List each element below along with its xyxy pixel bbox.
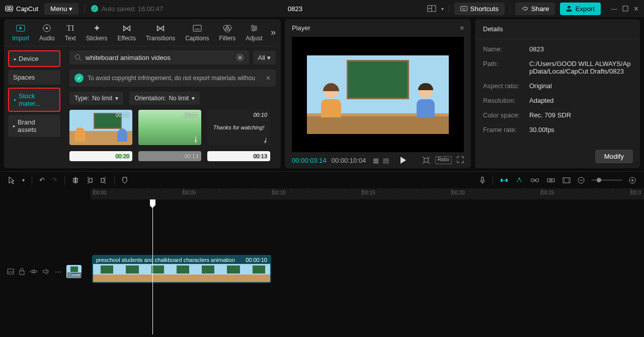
shortcuts-button[interactable]: Shortcuts	[454, 3, 505, 15]
ruler[interactable]: |00:00|00:05|00:10|00:15|00:20|00:25|00:…	[91, 188, 644, 199]
redo-icon[interactable]: ↷	[52, 176, 57, 184]
clip-header: preschool students and chalkboard charac…	[93, 256, 270, 264]
more-tabs-icon[interactable]: »	[271, 27, 276, 38]
mic-icon[interactable]	[479, 176, 486, 184]
sidenav-device[interactable]: ▸Device	[8, 50, 60, 67]
download-icon[interactable]: ⭳	[263, 137, 268, 143]
link-icon[interactable]	[530, 178, 539, 183]
shield-check-icon: ✓	[74, 74, 84, 83]
close-icon[interactable]: ✕	[633, 5, 639, 13]
player-menu-icon[interactable]: ≡	[460, 24, 464, 32]
chevron-down-icon[interactable]: ▾	[22, 177, 25, 183]
preview-icon[interactable]	[562, 177, 571, 183]
mute-icon[interactable]	[43, 268, 50, 275]
marker-icon[interactable]	[122, 176, 128, 184]
svg-point-26	[75, 55, 80, 59]
svg-point-44	[519, 177, 520, 179]
filter-type[interactable]: Type: No limit ▾	[69, 92, 123, 105]
filter-value: No limit	[92, 95, 112, 102]
ruler-mark: |00:00	[93, 190, 107, 195]
undo-icon[interactable]: ↶	[39, 176, 45, 184]
sidenav-stock[interactable]: ▸Stock mater...	[8, 88, 60, 112]
media-thumb[interactable]: 00:20	[69, 151, 132, 161]
media-thumb[interactable]: Thanks for watching! 00:10 ⭳	[207, 110, 270, 145]
tab-captions[interactable]: Captions	[182, 22, 212, 43]
player-viewport[interactable]	[292, 37, 464, 152]
clear-search-icon[interactable]: ✕	[236, 53, 244, 61]
details-label: Color space:	[483, 111, 529, 119]
track-body[interactable]: preschool students and chalkboard charac…	[91, 199, 644, 334]
download-icon[interactable]: ⭳	[193, 136, 199, 143]
filter-orientation[interactable]: Orientation: No limit ▾	[129, 92, 200, 105]
scale-icon[interactable]	[422, 156, 430, 164]
filters-icon	[223, 23, 232, 33]
sidenav-spaces[interactable]: Spaces	[8, 70, 60, 85]
clip[interactable]: preschool students and chalkboard charac…	[92, 255, 271, 283]
play-button[interactable]	[399, 156, 407, 164]
share-button[interactable]: Share	[515, 3, 555, 15]
lock-icon[interactable]	[19, 268, 25, 275]
sidenav-label: Brand assets	[18, 118, 55, 133]
zoom-out-icon[interactable]	[578, 177, 585, 184]
filter-label: Type:	[74, 95, 89, 102]
media-thumb[interactable]: 00:11	[69, 110, 132, 145]
caret-icon: ▸	[14, 97, 17, 102]
maximize-icon[interactable]	[622, 6, 628, 12]
divider	[85, 4, 85, 13]
menu-button[interactable]: Menu ▾	[44, 3, 78, 15]
export-button[interactable]: Export	[560, 3, 601, 15]
sidenav-brand[interactable]: ▸Brand assets	[8, 115, 60, 137]
thumb-duration: 00:20	[115, 153, 129, 159]
tab-transitions[interactable]: ⋈ Transitions	[143, 22, 178, 43]
tab-import[interactable]: Import	[9, 22, 32, 43]
media-thumb[interactable]: 00:13	[207, 151, 270, 161]
layout-icon[interactable]	[427, 5, 436, 12]
filter-value: No limit	[169, 95, 189, 102]
playhead[interactable]	[152, 199, 153, 334]
auto-cut-icon[interactable]	[515, 177, 523, 184]
close-warning-icon[interactable]: ✕	[266, 75, 271, 82]
tab-strip: Import Audio TI Text ✦ Stickers ⋈ Effect…	[4, 19, 281, 46]
media-thumb[interactable]: 00:13	[138, 151, 201, 161]
magnet-icon[interactable]	[500, 177, 508, 183]
tab-effects[interactable]: ⋈ Effects	[114, 22, 138, 43]
fullscreen-icon[interactable]	[457, 156, 464, 164]
eye-icon[interactable]	[30, 269, 38, 274]
grid-view-icon[interactable]: ▤	[383, 157, 389, 164]
cover-thumb[interactable]: Cover	[66, 265, 82, 278]
tab-audio[interactable]: Audio	[36, 22, 58, 43]
search-input[interactable]	[86, 54, 232, 61]
export-label: Export	[575, 5, 595, 13]
modify-button[interactable]: Modify	[595, 150, 633, 163]
tab-text[interactable]: TI Text	[62, 22, 79, 43]
svg-point-62	[33, 271, 35, 273]
align-icon[interactable]	[546, 177, 555, 183]
split-icon[interactable]	[72, 176, 79, 184]
timecode-current: 00:00:03:14	[292, 157, 327, 164]
chevron-down-icon[interactable]: ▾	[441, 6, 444, 12]
svg-line-31	[423, 162, 424, 164]
menu-label: Menu	[50, 5, 67, 13]
media-thumb[interactable]: 00:11 ⭳	[138, 110, 201, 145]
filter-row: Type: No limit ▾ Orientation: No limit ▾	[69, 92, 276, 105]
tab-stickers[interactable]: ✦ Stickers	[83, 22, 111, 43]
project-title: 0823	[169, 5, 421, 13]
dock-icon[interactable]	[7, 268, 14, 275]
trim-left-icon[interactable]	[86, 176, 93, 184]
tab-filters[interactable]: Filters	[216, 22, 239, 43]
list-view-icon[interactable]: ▦	[373, 157, 379, 164]
tab-adjust[interactable]: Adjust	[243, 22, 265, 43]
trim-right-icon[interactable]	[100, 176, 107, 184]
filter-all-button[interactable]: All ▾	[253, 51, 276, 64]
select-tool-icon[interactable]	[8, 176, 15, 185]
timeline: |00:00|00:05|00:10|00:15|00:20|00:25|00:…	[0, 188, 644, 334]
media-panel: Import Audio TI Text ✦ Stickers ⋈ Effect…	[4, 19, 281, 168]
sidenav-label: Device	[19, 55, 39, 62]
more-icon[interactable]: ⋯	[55, 268, 61, 276]
thumb-duration: 00:13	[253, 153, 267, 159]
ratio-button[interactable]: Ratio	[435, 156, 452, 164]
zoom-in-icon[interactable]	[629, 177, 636, 184]
timecode-duration: 00:00:10:04	[332, 157, 366, 164]
minimize-icon[interactable]: —	[611, 5, 617, 13]
zoom-slider[interactable]	[592, 179, 622, 181]
